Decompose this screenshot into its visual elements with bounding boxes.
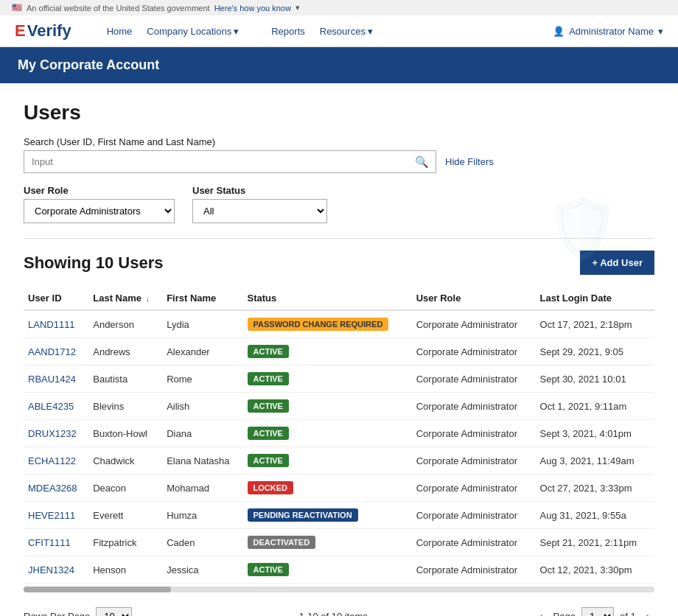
nav-resources-label: Resources <box>320 26 366 37</box>
cell-status: ACTIVE <box>243 393 412 420</box>
page-select[interactable]: 1 <box>581 607 614 616</box>
scroll-thumb[interactable] <box>24 587 171 592</box>
cell-first-name: Rome <box>162 365 242 393</box>
table-row: DRUX1232 Buxton-Howl Diana ACTIVE Corpor… <box>24 420 654 447</box>
cell-user-role: Corporate Administrator <box>412 393 536 420</box>
cell-status: PASSWORD CHANGE REQUIRED <box>243 310 412 338</box>
user-id-link[interactable]: LAND1111 <box>28 319 75 330</box>
cell-status: DEACTIVATED <box>243 529 412 556</box>
table-row: JHEN1324 Henson Jessica ACTIVE Corporate… <box>24 556 654 584</box>
cell-user-id: ABLE4235 <box>24 393 88 420</box>
cell-user-role: Corporate Administrator <box>412 502 536 529</box>
cell-user-id: LAND1111 <box>24 310 88 338</box>
table-row: HEVE2111 Everett Humza PENDING REACTIVAT… <box>24 502 654 529</box>
table-row: LAND1111 Anderson Lydia PASSWORD CHANGE … <box>24 310 654 338</box>
cell-last-name: Henson <box>88 556 162 584</box>
user-role-select[interactable]: Corporate Administrators Program Adminis… <box>24 199 175 223</box>
cell-user-role: Corporate Administrator <box>412 310 536 338</box>
cell-status: PENDING REACTIVATION <box>243 502 412 529</box>
chevron-down-icon: ▾ <box>658 26 663 37</box>
of-label: of 1 <box>620 611 636 616</box>
cell-first-name: Diana <box>162 420 242 447</box>
cell-user-role: Corporate Administrator <box>412 420 536 447</box>
user-icon: 👤 <box>553 26 565 37</box>
items-info: 1-10 of 10 items <box>299 611 368 616</box>
nav-home[interactable]: Home <box>107 26 133 37</box>
user-id-link[interactable]: ABLE4235 <box>28 401 74 412</box>
cell-last-name: Buxton-Howl <box>88 420 162 447</box>
col-first-name: First Name <box>162 287 242 310</box>
prev-page-button[interactable]: ‹ <box>534 609 547 617</box>
col-last-name[interactable]: Last Name ↓ <box>88 287 162 310</box>
cell-first-name: Jessica <box>162 556 242 584</box>
rows-per-page: Rows Per Page 10 25 50 <box>24 607 132 616</box>
cell-last-name: Chadwick <box>88 447 162 475</box>
user-role-label: User Role <box>24 185 175 196</box>
cell-last-name: Andrews <box>88 338 162 365</box>
cell-user-role: Corporate Administrator <box>412 529 536 556</box>
user-id-link[interactable]: DRUX1232 <box>28 428 77 439</box>
header-left: E Verify Home Company Locations ▾ Report… <box>15 21 373 41</box>
cell-user-id: JHEN1324 <box>24 556 88 584</box>
cell-last-name: Everett <box>88 502 162 529</box>
user-status-select[interactable]: All Active Locked Deactivated Pending Re… <box>192 199 327 223</box>
next-page-button[interactable]: › <box>642 609 654 617</box>
table-header-row: User ID Last Name ↓ First Name Status Us… <box>24 287 654 310</box>
user-id-link[interactable]: ECHA1122 <box>28 455 76 466</box>
cell-last-name: Blevins <box>88 393 162 420</box>
cell-user-id: ECHA1122 <box>24 447 88 475</box>
nav-company-locations-label: Company Locations <box>147 26 231 37</box>
user-status-filter: User Status All Active Locked Deactivate… <box>192 185 327 223</box>
cell-user-role: Corporate Administrator <box>412 365 536 393</box>
search-row: 🔍 Hide Filters <box>24 150 654 173</box>
status-badge: DEACTIVATED <box>248 536 316 549</box>
cell-first-name: Elana Natasha <box>162 447 242 475</box>
col-user-id: User ID <box>24 287 88 310</box>
hide-filters-button[interactable]: Hide Filters <box>445 156 494 167</box>
cell-first-name: Alexander <box>162 338 242 365</box>
cell-first-name: Mohamad <box>162 475 242 502</box>
user-id-link[interactable]: AAND1712 <box>28 346 76 357</box>
chevron-down-icon: ▾ <box>296 3 300 13</box>
gov-banner-link[interactable]: Here's how you know <box>214 4 291 13</box>
cell-last-login: Sept 21, 2021, 2:11pm <box>536 529 654 556</box>
cell-user-id: HEVE2111 <box>24 502 88 529</box>
add-user-button[interactable]: + Add User <box>580 251 654 275</box>
cell-status: ACTIVE <box>243 338 412 365</box>
nav-resources[interactable]: Resources ▾ <box>320 26 373 37</box>
user-id-link[interactable]: RBAU1424 <box>28 374 76 385</box>
cell-status: ACTIVE <box>243 420 412 447</box>
admin-menu[interactable]: 👤 Administrator Name ▾ <box>553 26 663 37</box>
cell-user-id: MDEA3268 <box>24 475 88 502</box>
title-bar: My Corporate Account <box>0 47 678 83</box>
cell-user-role: Corporate Administrator <box>412 447 536 475</box>
scroll-track[interactable] <box>24 587 654 592</box>
table-row: CFIT1111 Fitzpatrick Caden DEACTIVATED C… <box>24 529 654 556</box>
user-id-link[interactable]: HEVE2111 <box>28 510 75 521</box>
main-content: Users Search (User ID, First Name and La… <box>0 83 678 616</box>
showing-title: Showing 10 Users <box>24 253 164 273</box>
cell-first-name: Humza <box>162 502 242 529</box>
cell-last-login: Oct 17, 2021, 2:18pm <box>536 310 654 338</box>
nav-company-locations[interactable]: Company Locations ▾ <box>147 26 239 37</box>
user-id-link[interactable]: JHEN1324 <box>28 564 74 575</box>
cell-status: ACTIVE <box>243 447 412 475</box>
cell-first-name: Ailish <box>162 393 242 420</box>
table-row: MDEA3268 Deacon Mohamad LOCKED Corporate… <box>24 475 654 502</box>
users-table-wrap: User ID Last Name ↓ First Name Status Us… <box>24 287 654 584</box>
user-id-link[interactable]: CFIT1111 <box>28 537 71 548</box>
divider <box>24 238 654 239</box>
cell-last-login: Sept 29, 2021, 9:05 <box>536 338 654 365</box>
search-input[interactable] <box>24 150 436 173</box>
admin-name: Administrator Name <box>569 26 654 37</box>
rows-per-page-select[interactable]: 10 25 50 <box>96 607 132 616</box>
cell-last-login: Aug 3, 2021, 11:49am <box>536 447 654 475</box>
sort-icon: ↓ <box>146 294 150 303</box>
flag-icon: 🇺🇸 <box>12 3 22 13</box>
logo-e: E <box>15 21 26 41</box>
nav-reports[interactable]: Reports <box>271 26 305 37</box>
logo[interactable]: E Verify <box>15 21 71 41</box>
search-icon[interactable]: 🔍 <box>415 155 429 169</box>
user-id-link[interactable]: MDEA3268 <box>28 483 77 494</box>
rows-per-page-label: Rows Per Page <box>24 611 90 616</box>
